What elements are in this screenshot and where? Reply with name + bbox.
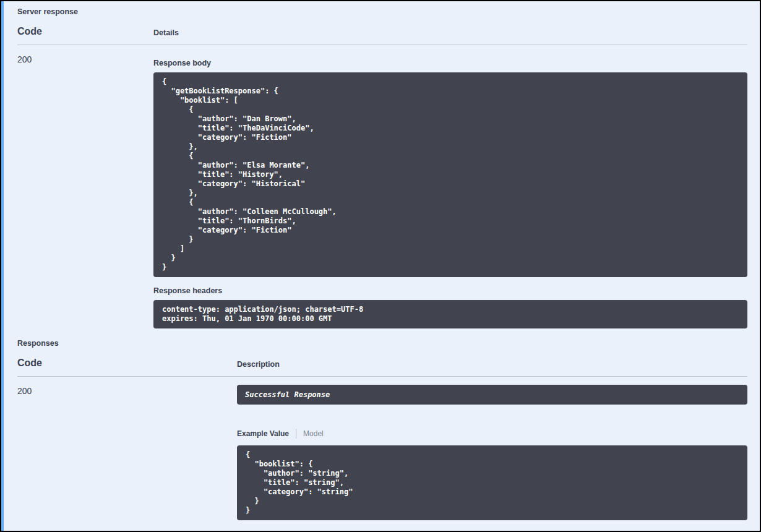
swagger-operation-panel: Server response Code Details 200 Respons…: [0, 0, 761, 532]
column-header-details: Details: [153, 28, 179, 37]
example-model-tabs: Example Value Model: [237, 429, 747, 439]
server-response-title: Server response: [17, 6, 747, 16]
column-header-code: Code: [17, 26, 42, 36]
responses-section: Responses Code Description 200 Successfu…: [17, 338, 747, 520]
responses-row: 200 Successful Response Example Value Mo…: [17, 377, 747, 520]
tab-model[interactable]: Model: [303, 429, 324, 438]
column-header-description: Description: [237, 360, 280, 369]
response-details-cell: Response body { "getBookListResponse": {…: [153, 53, 747, 328]
response-description-cell: Successful Response Example Value Model …: [237, 385, 747, 520]
responses-table-header: Code Description: [17, 358, 747, 377]
response-headers-code: content-type: application/json; charset=…: [153, 300, 747, 328]
responses-title: Responses: [17, 338, 747, 348]
response-body-code: { "getBookListResponse": { "booklist": […: [153, 72, 747, 277]
response-body-label: Response body: [153, 59, 747, 67]
responses-wrapper: Server response Code Details 200 Respons…: [4, 1, 760, 531]
response-description: Successful Response: [237, 385, 747, 405]
tab-separator: [296, 429, 296, 439]
response-headers-label: Response headers: [153, 286, 747, 295]
server-response-table-header: Code Details: [17, 26, 747, 45]
documented-status-code: 200: [17, 385, 237, 520]
example-value-code: { "booklist": { "author": "string", "tit…: [237, 445, 747, 520]
response-status-code: 200: [17, 53, 153, 328]
tab-example-value[interactable]: Example Value: [237, 429, 289, 438]
server-response-row: 200 Response body { "getBookListResponse…: [17, 45, 747, 328]
server-response-section: Server response Code Details 200 Respons…: [17, 6, 747, 328]
column-header-code: Code: [17, 358, 42, 368]
